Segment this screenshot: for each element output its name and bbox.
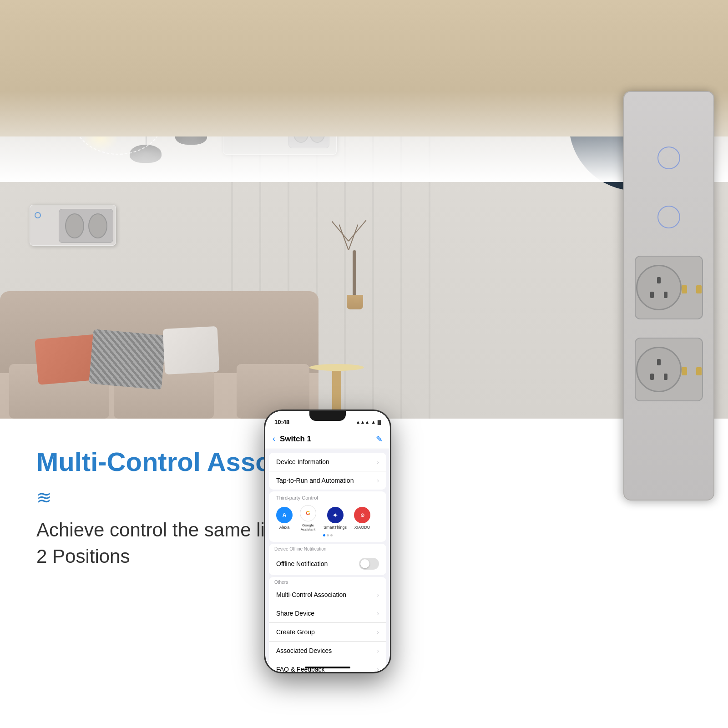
xiaodu-icon: ⊙ <box>354 507 370 523</box>
toggle-switch[interactable] <box>359 558 379 570</box>
phone-notch <box>309 411 346 421</box>
phone-body: 10:48 ▲▲▲ ▲ ▓ ‹ Switch 1 ✎ <box>264 410 391 673</box>
wall-switch-lower <box>30 205 116 246</box>
chevron-icon: › <box>377 666 379 672</box>
menu-group-info: Device Information › Tap-to-Run and Auto… <box>269 453 386 490</box>
device-socket-2 <box>635 338 703 401</box>
home-indicator <box>305 667 350 668</box>
wifi-icon: ▲ <box>371 420 376 425</box>
socket-pin <box>682 285 687 293</box>
chevron-icon: › <box>377 591 379 598</box>
device-socket-1 <box>635 256 703 319</box>
dot-2 <box>327 534 329 536</box>
socket-hole-left <box>650 292 654 298</box>
device-switch-button-1[interactable] <box>657 147 680 169</box>
alexa-integration[interactable]: A Alexa <box>276 507 293 530</box>
socket-face-2 <box>636 347 682 392</box>
xiaodu-label: XIAODU <box>354 525 370 530</box>
socket-pin <box>696 285 702 293</box>
nav-back-button[interactable]: ‹ <box>273 434 275 444</box>
notification-section-header: Device Offline Notification <box>269 544 386 552</box>
third-party-header: Third-party Control <box>276 495 379 500</box>
menu-item-offline-notif[interactable]: Offline Notification <box>269 552 386 575</box>
vase <box>347 295 363 309</box>
pillow-white <box>162 326 219 374</box>
xiaodu-integration[interactable]: ⊙ XIAODU <box>354 507 370 530</box>
chevron-icon: › <box>377 610 379 617</box>
google-icon: G <box>300 505 316 521</box>
pillow-plaid <box>89 329 166 389</box>
nav-edit-button[interactable]: ✎ <box>376 434 383 444</box>
device-switch-button-2[interactable] <box>657 206 680 228</box>
overlap-fade <box>0 91 728 182</box>
phone-screen: 10:48 ▲▲▲ ▲ ▓ ‹ Switch 1 ✎ <box>265 411 390 672</box>
toggle-knob <box>360 559 369 568</box>
physical-device <box>623 91 714 500</box>
google-label: GoogleAssistant <box>301 523 315 531</box>
nav-title: Switch 1 <box>280 435 376 444</box>
switch-dots-1 <box>35 212 41 218</box>
status-bar-time: 10:48 <box>274 419 289 425</box>
alexa-label: Alexa <box>279 525 290 530</box>
socket-hole-right <box>664 292 667 298</box>
chevron-icon: › <box>377 477 379 484</box>
alexa-icon: A <box>276 507 293 523</box>
smartthings-label: SmartThings <box>324 525 347 530</box>
chevron-icon: › <box>377 628 379 636</box>
table-top <box>309 364 364 371</box>
third-party-icons: A Alexa G GoogleAssistant ✦ <box>276 505 379 531</box>
description-line2: 2 Positions <box>36 546 130 567</box>
chevron-icon: › <box>377 458 379 465</box>
signal-icon: ▲▲▲ <box>356 420 369 425</box>
smartthings-icon: ✦ <box>327 507 344 523</box>
socket-pin <box>682 367 687 375</box>
socket-pins-2 <box>682 367 702 375</box>
socket-face-1 <box>636 265 682 310</box>
socket-hole-left <box>650 374 654 380</box>
socket-pins-1 <box>682 285 702 293</box>
menu-item-share-device[interactable]: Share Device › <box>269 604 386 623</box>
google-integration[interactable]: G GoogleAssistant <box>300 505 316 531</box>
menu-item-tap-to-run[interactable]: Tap-to-Run and Automation › <box>269 471 386 490</box>
plant-branches <box>332 205 369 250</box>
switch-dot <box>35 212 41 218</box>
menu-item-create-group[interactable]: Create Group › <box>269 623 386 642</box>
room-background <box>0 0 728 446</box>
socket-hole-top <box>657 277 661 283</box>
nav-bar: ‹ Switch 1 ✎ <box>265 429 390 449</box>
phone-mockup: 10:48 ▲▲▲ ▲ ▓ ‹ Switch 1 ✎ <box>264 410 391 673</box>
dot-1 <box>323 534 325 536</box>
smartthings-integration[interactable]: ✦ SmartThings <box>324 507 347 530</box>
socket-pin <box>696 367 702 375</box>
chevron-icon: › <box>377 647 379 654</box>
third-party-section: Third-party Control A Alexa G GoogleAssi… <box>269 491 386 542</box>
menu-item-associated-devices[interactable]: Associated Devices › <box>269 642 386 660</box>
menu-item-multi-control[interactable]: Multi-Control Association › <box>269 586 386 604</box>
others-section-header: Others <box>269 577 386 586</box>
pagination-dots <box>276 534 379 536</box>
socket-hole-right <box>664 374 667 380</box>
socket-hole-top <box>657 359 661 365</box>
menu-item-faq[interactable]: FAQ & Feedback › <box>269 660 386 672</box>
battery-icon: ▓ <box>378 420 381 425</box>
menu-item-device-info[interactable]: Device Information › <box>269 453 386 471</box>
status-icons: ▲▲▲ ▲ ▓ <box>356 420 381 425</box>
plant <box>337 209 373 309</box>
menu-list: Device Information › Tap-to-Run and Auto… <box>265 449 390 672</box>
dot-3 <box>330 534 333 536</box>
